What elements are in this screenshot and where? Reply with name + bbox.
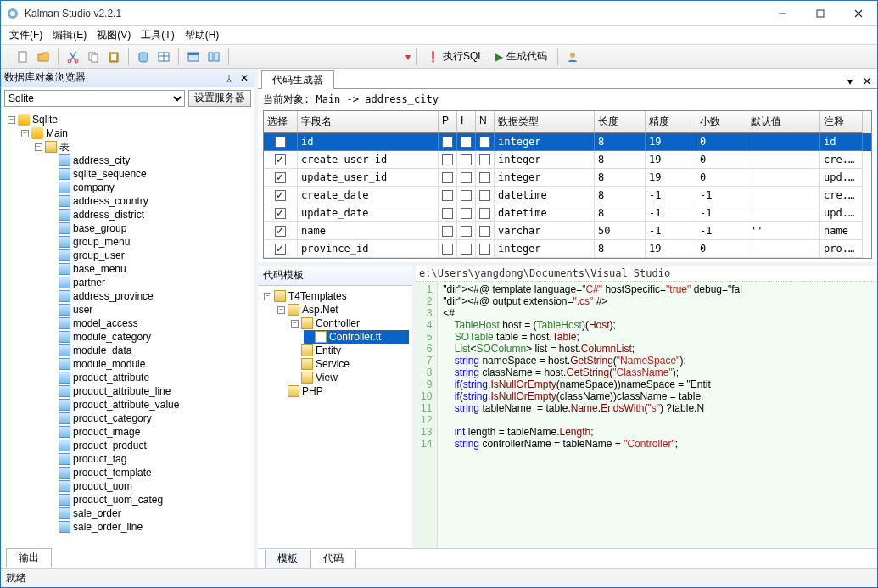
checkbox[interactable] — [442, 208, 453, 219]
paste-icon[interactable] — [104, 48, 123, 66]
checkbox[interactable] — [275, 208, 286, 219]
checkbox[interactable] — [461, 226, 472, 237]
exec-sql-button[interactable]: ❗执行SQL — [422, 49, 489, 64]
checkbox[interactable] — [461, 137, 472, 148]
column-header[interactable]: 小数 — [696, 111, 747, 133]
window-icon[interactable] — [184, 48, 203, 66]
checkbox[interactable] — [275, 137, 286, 148]
copy-icon[interactable] — [84, 48, 103, 66]
table-item[interactable]: product_attribute_value — [47, 398, 253, 412]
table-item[interactable]: base_menu — [47, 262, 253, 276]
db-type-select[interactable]: Sqlite — [4, 90, 185, 107]
expander-icon[interactable]: − — [8, 116, 15, 124]
column-header[interactable]: 默认值 — [747, 111, 820, 133]
table-row[interactable]: province_idinteger8190pro... — [264, 240, 871, 258]
maximize-button[interactable] — [801, 2, 839, 25]
checkbox[interactable] — [442, 154, 453, 165]
checkbox[interactable] — [461, 172, 472, 183]
checkbox[interactable] — [461, 190, 472, 201]
fields-grid[interactable]: 选择字段名PIN数据类型长度精度小数默认值注释 idinteger8190idc… — [263, 110, 872, 259]
checkbox[interactable] — [479, 172, 490, 183]
menu-tools[interactable]: 工具(T) — [136, 26, 179, 44]
column-header[interactable]: 数据类型 — [495, 111, 595, 133]
table-item[interactable]: product_product — [47, 439, 253, 452]
set-server-button[interactable]: 设置服务器 — [188, 90, 251, 107]
column-header[interactable]: 长度 — [595, 111, 646, 133]
checkbox[interactable] — [479, 226, 490, 237]
table-item[interactable]: company — [47, 181, 253, 194]
panel-close-icon[interactable]: ✕ — [238, 71, 251, 85]
table-item[interactable]: product_template — [47, 466, 253, 479]
table-item[interactable]: group_menu — [47, 235, 253, 249]
tab-close-icon[interactable]: ✕ — [860, 75, 874, 88]
table-item[interactable]: group_user — [47, 249, 253, 262]
table-row[interactable]: idinteger8190id — [264, 133, 871, 151]
h-scrollbar[interactable] — [1, 534, 254, 548]
column-header[interactable]: 注释 — [820, 111, 863, 133]
code-tab[interactable]: 代码 — [310, 550, 356, 568]
checkbox[interactable] — [479, 154, 490, 165]
checkbox[interactable] — [275, 190, 286, 201]
user-icon[interactable] — [563, 48, 582, 66]
checkbox[interactable] — [479, 137, 490, 148]
cut-icon[interactable] — [64, 48, 82, 66]
checkbox[interactable] — [442, 226, 453, 237]
table-item[interactable]: base_group — [47, 221, 253, 235]
column-header[interactable]: I — [457, 111, 476, 133]
template-file-selected[interactable]: Controller.tt — [304, 330, 409, 344]
table-icon[interactable] — [154, 48, 173, 66]
codegen-tab[interactable]: 代码生成器 — [261, 70, 334, 89]
menu-file[interactable]: 文件(F) — [4, 26, 48, 44]
gen-code-button[interactable]: ▶生成代码 — [490, 49, 552, 64]
table-item[interactable]: module_data — [47, 344, 253, 357]
column-header[interactable]: 选择 — [264, 111, 298, 133]
table-item[interactable]: module_category — [47, 330, 253, 344]
tab-dropdown-icon[interactable]: ▾ — [843, 75, 857, 88]
checkbox[interactable] — [442, 244, 453, 255]
new-icon[interactable] — [14, 48, 32, 66]
table-item[interactable]: product_category — [47, 412, 253, 425]
table-item[interactable]: product_uom_categ — [47, 493, 253, 507]
column-header[interactable]: 精度 — [646, 111, 696, 133]
table-row[interactable]: update_datedatetime8-1-1upd... — [264, 204, 871, 222]
table-item[interactable]: address_province — [47, 289, 253, 303]
checkbox[interactable] — [275, 244, 286, 255]
table-item[interactable]: model_access — [47, 316, 253, 330]
close-button[interactable] — [839, 2, 877, 25]
table-item[interactable]: module_module — [47, 357, 253, 371]
table-item[interactable]: sqlite_sequence — [47, 167, 253, 181]
checkbox[interactable] — [442, 137, 453, 148]
table-row[interactable]: update_user_idinteger8190upd... — [264, 169, 871, 187]
checkbox[interactable] — [461, 244, 472, 255]
column-header[interactable]: 字段名 — [298, 111, 439, 133]
table-item[interactable]: product_uom — [47, 479, 253, 493]
checkbox[interactable] — [275, 226, 286, 237]
checkbox[interactable] — [461, 208, 472, 219]
checkbox[interactable] — [442, 172, 453, 183]
checkbox[interactable] — [275, 154, 286, 165]
menu-view[interactable]: 视图(V) — [92, 26, 136, 44]
checkbox[interactable] — [275, 172, 286, 183]
table-row[interactable]: create_datedatetime8-1-1cre... — [264, 187, 871, 204]
checkbox[interactable] — [461, 154, 472, 165]
table-item[interactable]: user — [47, 303, 253, 316]
db-tree[interactable]: −Sqlite −Main −表 address_citysqlite_sequ… — [1, 109, 254, 534]
table-row[interactable]: namevarchar50-1-1''name — [264, 222, 871, 240]
checkbox[interactable] — [479, 208, 490, 219]
open-icon[interactable] — [34, 48, 53, 66]
pin-icon[interactable] — [222, 71, 236, 85]
table-item[interactable]: product_attribute — [47, 371, 253, 384]
checkbox[interactable] — [479, 190, 490, 201]
template-tree[interactable]: −T4Templates −Asp.Net −Controller Contro… — [258, 286, 412, 548]
table-item[interactable]: sale_order — [47, 507, 253, 520]
db-icon[interactable] — [134, 48, 153, 66]
table-item[interactable]: product_image — [47, 425, 253, 439]
table-item[interactable]: address_district — [47, 208, 253, 221]
column-header[interactable]: N — [476, 111, 495, 133]
table-item[interactable]: product_tag — [47, 452, 253, 466]
panel-icon[interactable] — [204, 48, 223, 66]
table-row[interactable]: create_user_idinteger8190cre... — [264, 151, 871, 169]
menu-help[interactable]: 帮助(H) — [180, 26, 225, 44]
table-item[interactable]: address_city — [47, 154, 253, 167]
table-item[interactable]: address_country — [47, 194, 253, 208]
